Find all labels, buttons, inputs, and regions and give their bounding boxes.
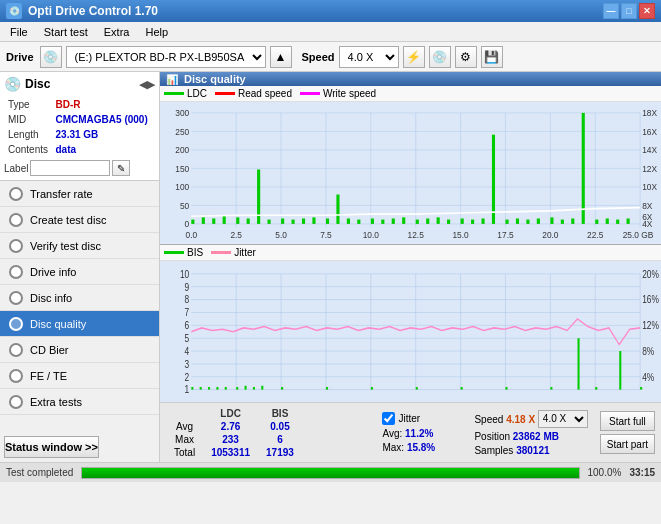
svg-text:16%: 16% — [642, 294, 659, 305]
toolbar: Drive 💿 (E:) PLEXTOR BD-R PX-LB950SA 1.0… — [0, 42, 661, 72]
nav-item-disc-quality[interactable]: Disc quality — [0, 311, 159, 337]
svg-text:5.0: 5.0 — [275, 230, 287, 240]
svg-text:12%: 12% — [642, 320, 659, 331]
svg-rect-67 — [571, 218, 574, 223]
nav-icon-transfer-rate — [8, 186, 24, 202]
nav-item-transfer-rate[interactable]: Transfer rate — [0, 181, 159, 207]
svg-text:9: 9 — [185, 281, 190, 292]
samples-value: 380121 — [516, 445, 549, 456]
nav-item-cd-bier[interactable]: CD Bier — [0, 337, 159, 363]
disc-nav-arrows[interactable]: ◀▶ — [139, 78, 155, 91]
stats-col-ldc: LDC — [203, 407, 258, 420]
svg-text:2.5: 2.5 — [230, 230, 242, 240]
close-button[interactable]: ✕ — [639, 3, 655, 19]
svg-rect-125 — [236, 387, 238, 390]
status-window-button[interactable]: Status window >> — [4, 436, 99, 458]
nav-item-verify-test-disc[interactable]: Verify test disc — [0, 233, 159, 259]
svg-rect-129 — [281, 387, 283, 390]
svg-text:17.5: 17.5 — [497, 230, 513, 240]
svg-text:0: 0 — [185, 219, 190, 229]
mid-value: CMCMAGBA5 (000) — [54, 113, 153, 126]
menu-file[interactable]: File — [4, 24, 34, 40]
stats-bis-val: 17193 — [258, 446, 302, 459]
contents-value: data — [54, 143, 153, 156]
label-edit-button[interactable]: ✎ — [112, 160, 130, 176]
save-icon[interactable]: 💾 — [481, 46, 503, 68]
jitter-label: Jitter — [398, 413, 420, 424]
nav-label-disc-info: Disc info — [30, 292, 72, 304]
svg-text:20%: 20% — [642, 268, 659, 279]
svg-text:12X: 12X — [642, 163, 657, 173]
svg-text:1: 1 — [185, 384, 190, 395]
jitter-checkbox[interactable] — [382, 412, 395, 425]
svg-text:7.5: 7.5 — [320, 230, 332, 240]
progress-bar-container: Test completed 100.0% 33:15 — [0, 462, 661, 482]
svg-text:10X: 10X — [642, 182, 657, 192]
speed-select-stats[interactable]: 4.0 X — [538, 410, 588, 428]
drive-select[interactable]: (E:) PLEXTOR BD-R PX-LB950SA 1.06 — [66, 46, 266, 68]
settings-icon[interactable]: ⚙ — [455, 46, 477, 68]
menu-extra[interactable]: Extra — [98, 24, 136, 40]
svg-rect-127 — [253, 387, 255, 390]
chart-icon: 📊 — [166, 74, 178, 85]
svg-rect-40 — [268, 220, 271, 224]
svg-rect-133 — [461, 387, 463, 390]
svg-text:3: 3 — [185, 358, 190, 369]
svg-rect-61 — [505, 220, 508, 224]
nav-item-fe-te[interactable]: FE / TE — [0, 363, 159, 389]
svg-text:0.0: 0.0 — [186, 230, 198, 240]
progress-bar-bg — [81, 467, 579, 479]
app-icon: 💿 — [6, 3, 22, 19]
menu-help[interactable]: Help — [139, 24, 174, 40]
drive-icon: 💿 — [40, 46, 62, 68]
stats-ldc-val: 2.76 — [203, 420, 258, 433]
minimize-button[interactable]: — — [603, 3, 619, 19]
svg-rect-38 — [247, 218, 250, 223]
legend-bis-label: BIS — [187, 247, 203, 258]
svg-rect-34 — [202, 217, 205, 224]
svg-rect-48 — [357, 220, 360, 224]
position-row: Position 23862 MB — [474, 431, 587, 442]
nav-item-disc-info[interactable]: Disc info — [0, 285, 159, 311]
label-input[interactable] — [30, 160, 110, 176]
svg-rect-65 — [550, 217, 553, 224]
jitter-checkbox-row: Jitter — [382, 412, 462, 425]
speed-select[interactable]: 4.0 X 1.0 X 2.0 X 6.0 X — [339, 46, 399, 68]
nav-item-extra-tests[interactable]: Extra tests — [0, 389, 159, 415]
label-label: Label — [4, 163, 28, 174]
svg-rect-123 — [216, 387, 218, 390]
nav-item-create-test-disc[interactable]: Create test disc — [0, 207, 159, 233]
start-full-button[interactable]: Start full — [600, 411, 655, 431]
svg-rect-134 — [505, 387, 507, 390]
svg-rect-68 — [582, 113, 585, 224]
speed-label-stats: Speed — [474, 413, 503, 424]
svg-text:12.5: 12.5 — [408, 230, 424, 240]
length-label: Length — [6, 128, 52, 141]
ldc-chart: 300 250 200 150 100 50 0 18X 16X 14X 12X… — [160, 102, 661, 245]
stats-col-bis: BIS — [258, 407, 302, 420]
svg-text:15.0: 15.0 — [452, 230, 468, 240]
nav-list: Transfer rate Create test disc Verify te… — [0, 181, 159, 415]
length-value: 23.31 GB — [54, 128, 153, 141]
nav-item-drive-info[interactable]: Drive info — [0, 259, 159, 285]
legend-jitter-color — [211, 251, 231, 254]
svg-rect-139 — [640, 387, 642, 390]
svg-rect-60 — [492, 135, 495, 224]
speed-label: Speed — [302, 51, 335, 63]
stats-row: Total 1053311 17193 — [166, 446, 302, 459]
svg-rect-70 — [606, 218, 609, 223]
menu-start-test[interactable]: Start test — [38, 24, 94, 40]
nav-icon-fe-te — [8, 368, 24, 384]
maximize-button[interactable]: □ — [621, 3, 637, 19]
legend-write-label: Write speed — [323, 88, 376, 99]
start-part-button[interactable]: Start part — [600, 434, 655, 454]
svg-rect-63 — [526, 220, 529, 224]
ldc-chart-svg: 300 250 200 150 100 50 0 18X 16X 14X 12X… — [160, 102, 661, 244]
stats-bis-val: 0.05 — [258, 420, 302, 433]
stats-bar: LDC BIS Avg 2.76 0.05 Max 233 6 Total 10… — [160, 402, 661, 462]
svg-text:18X: 18X — [642, 108, 657, 118]
eject-button[interactable]: ▲ — [270, 46, 292, 68]
svg-rect-47 — [347, 218, 350, 223]
svg-rect-132 — [416, 387, 418, 390]
svg-text:150: 150 — [175, 163, 189, 173]
